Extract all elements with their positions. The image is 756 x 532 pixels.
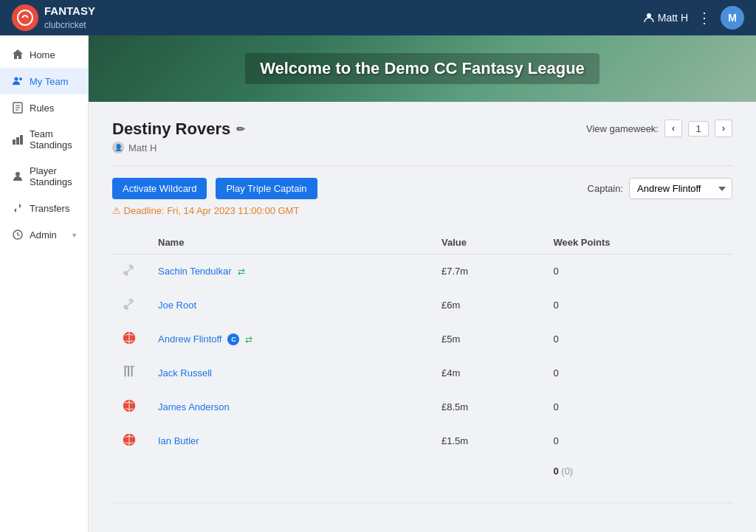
player-name-cell: Jack Russell: [149, 356, 433, 390]
play-triple-captain-button[interactable]: Play Triple Captain: [216, 178, 317, 199]
stat-total-points: 0 TOTAL POINTS: [180, 527, 243, 532]
team-header: Destiny Rovers ✏ 👤 Matt H View gameweek:…: [112, 120, 732, 153]
player-icon-cell: [112, 255, 149, 289]
stat-number-total-points: 0: [180, 527, 243, 532]
activate-wildcard-button[interactable]: Activate Wildcard: [112, 178, 207, 199]
table-row: James Anderson £8.5m 0: [112, 390, 732, 424]
team-icon: [12, 75, 24, 87]
total-points-cell: 0 (0): [544, 458, 732, 485]
svg-point-2: [15, 77, 18, 81]
player-name-link[interactable]: James Anderson: [158, 401, 230, 412]
more-options-icon[interactable]: ⋮: [697, 9, 712, 27]
svg-point-1: [647, 13, 651, 18]
svg-rect-20: [124, 366, 128, 367]
player-name-cell: Andrew Flintoff C ⇄: [149, 322, 433, 356]
player-value: £1.5m: [433, 424, 544, 458]
player-name-cell: Joe Root: [149, 289, 433, 322]
transfer-icon: ⇄: [245, 334, 252, 345]
player-value: £5m: [433, 322, 544, 356]
player-name-link[interactable]: Sachin Tendulkar: [158, 266, 232, 277]
sidebar-item-transfers[interactable]: Transfers: [0, 195, 88, 221]
divider: [112, 165, 732, 166]
svg-rect-14: [129, 299, 134, 303]
player-value: £4m: [433, 356, 544, 390]
top-nav-right: Matt H ⋮ M: [643, 6, 744, 30]
player-table: Name Value Week Points Sachin Tendulkar …: [112, 231, 732, 485]
svg-rect-13: [129, 265, 134, 269]
player-icon-cell: [112, 424, 149, 458]
svg-rect-18: [128, 366, 129, 377]
user-avatar[interactable]: M: [721, 6, 744, 30]
svg-point-0: [18, 10, 32, 25]
player-icon-cell: [112, 390, 149, 424]
owner-icon: 👤: [112, 142, 124, 153]
user-name-nav: Matt H: [643, 12, 688, 24]
svg-rect-19: [131, 366, 133, 377]
gameweek-next-button[interactable]: ›: [715, 120, 732, 137]
player-icon-cell: [112, 322, 149, 356]
gameweek-prev-button[interactable]: ‹: [664, 120, 682, 137]
table-row: Ian Butler £1.5m 0: [112, 424, 732, 458]
player-name-cell: James Anderson: [149, 390, 433, 424]
player-value: £8.5m: [433, 390, 544, 424]
captain-select-area: Captain: Andrew Flintoff Joe Root Sachin…: [588, 178, 732, 199]
stat-week-points: 0 WEEK 1 POINTS: [379, 527, 448, 532]
table-row: Jack Russell £4m 0: [112, 356, 732, 390]
captain-badge: C: [227, 334, 239, 345]
gameweek-nav: View gameweek: ‹ 1 ›: [586, 120, 732, 137]
player-name-link[interactable]: Ian Butler: [158, 435, 199, 446]
sidebar-item-home[interactable]: Home: [0, 41, 88, 68]
player-icon: [12, 170, 24, 182]
player-points: 0: [544, 424, 732, 458]
player-points: 0: [544, 289, 732, 322]
sidebar-item-player-standings[interactable]: Player Standings: [0, 158, 88, 195]
table-row: Joe Root £6m 0: [112, 289, 732, 322]
player-value: £7.7m: [433, 255, 544, 289]
main-layout: Home My Team Rules Team Standings Player: [0, 35, 756, 532]
hero-banner: Welcome to the Demo CC Fantasy League: [89, 35, 756, 102]
action-row: Activate Wildcard Play Triple Captain Ca…: [112, 178, 732, 199]
player-points: 0: [544, 390, 732, 424]
player-points: 0: [544, 322, 732, 356]
sidebar-item-my-team[interactable]: My Team: [0, 68, 88, 94]
svg-rect-17: [125, 366, 126, 377]
logo-area: FANTASY clubcricket: [12, 4, 95, 31]
player-name-link[interactable]: Joe Root: [158, 300, 196, 311]
team-owner: 👤 Matt H: [112, 142, 245, 153]
stat-number-week-points: 0: [379, 527, 448, 532]
sidebar-item-admin[interactable]: Admin ▾: [0, 221, 88, 248]
player-name-link[interactable]: Jack Russell: [158, 367, 212, 379]
table-row: Sachin Tendulkar ⇄ £7.7m 0: [112, 255, 732, 289]
stats-section: 0 TOTAL POINTS 0 WEEK 1 POINTS 17 TRANSF…: [112, 502, 732, 532]
standings-icon: [12, 134, 24, 145]
rules-icon: [12, 102, 24, 114]
hero-title: Welcome to the Demo CC Fantasy League: [245, 53, 599, 84]
svg-rect-10: [20, 135, 23, 145]
player-points: 0: [544, 255, 732, 289]
captain-select[interactable]: Andrew Flintoff Joe Root Sachin Tendulka…: [629, 178, 732, 199]
page-body: Destiny Rovers ✏ 👤 Matt H View gameweek:…: [89, 102, 756, 532]
admin-chevron-icon: ▾: [72, 231, 76, 239]
main-content: Welcome to the Demo CC Fantasy League De…: [89, 35, 756, 532]
gameweek-number: 1: [688, 121, 709, 137]
sidebar-item-team-standings[interactable]: Team Standings: [0, 121, 88, 158]
col-points: Week Points: [544, 231, 732, 255]
logo-icon: [12, 4, 38, 31]
col-value: Value: [433, 231, 544, 255]
team-name: Destiny Rovers ✏: [112, 120, 245, 139]
sidebar-item-rules[interactable]: Rules: [0, 94, 88, 121]
deadline-text: ⚠ Deadline: Fri, 14 Apr 2023 11:00:00 GM…: [112, 205, 732, 216]
player-icon-cell: [112, 289, 149, 322]
player-icon-cell: [112, 356, 149, 390]
player-value: £6m: [433, 289, 544, 322]
player-name-cell: Ian Butler: [149, 424, 433, 458]
home-icon: [12, 49, 24, 61]
svg-rect-8: [13, 139, 16, 145]
svg-point-11: [16, 172, 20, 176]
team-name-area: Destiny Rovers ✏ 👤 Matt H: [112, 120, 245, 153]
player-name-link[interactable]: Andrew Flintoff: [158, 334, 221, 345]
edit-team-name-icon[interactable]: ✏: [236, 123, 245, 135]
stat-number-transfers: 17: [583, 527, 664, 532]
top-nav: FANTASY clubcricket Matt H ⋮ M: [0, 0, 756, 35]
svg-point-3: [19, 77, 22, 80]
